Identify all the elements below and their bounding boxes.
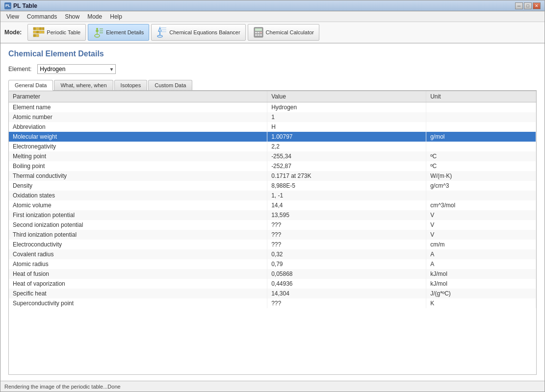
cell-unit: ºC [426,161,536,171]
table-row[interactable]: Oxidation states1, -1 [9,191,536,200]
table-body: Element nameHydrogenAtomic number1Abbrev… [9,102,536,309]
cell-value: 14,4 [267,200,426,210]
equations-balancer-icon [156,26,167,38]
app-icon: PL [4,2,11,9]
element-select[interactable]: Hydrogen Helium Lithium Beryllium Boron … [37,64,116,74]
table-row[interactable]: Molecular weight1.00797g/mol [9,132,536,142]
cell-value: Hydrogen [267,102,426,113]
table-row[interactable]: Specific heat14,304J/(g*ºC) [9,289,536,298]
cell-unit [426,112,536,122]
cell-parameter: Superconductivity point [9,298,267,308]
element-label: Element: [8,66,31,73]
tab-what-where-when[interactable]: What, where, when [54,80,113,90]
cell-unit: J/(g*ºC) [426,289,536,298]
cell-unit: K [426,298,536,308]
svg-rect-4 [36,31,39,33]
status-text: Rendering the image of the periodic tabl… [4,384,121,390]
cell-parameter: First ionization potential [9,210,267,220]
svg-rect-2 [39,27,42,30]
svg-rect-3 [33,31,36,33]
cell-value: H [267,122,426,132]
table-row[interactable]: Third ionization potential???V [9,230,536,240]
table-row[interactable]: Thermal conductivity0.1717 at 273KW/(m·K… [9,171,536,181]
maximize-button[interactable]: □ [524,2,532,9]
cell-value: 2,2 [267,142,426,151]
cell-value: ??? [267,240,426,249]
cell-parameter: Electronegativity [9,142,267,151]
svg-point-12 [96,30,99,32]
periodic-table-label: Periodic Table [47,29,80,35]
table-row[interactable]: Second ionization potential???V [9,220,536,230]
cell-parameter: Second ionization potential [9,220,267,230]
cell-unit [426,191,536,200]
tab-general-data[interactable]: General Data [8,80,53,91]
main-content: Chemical Element Details Element: Hydrog… [0,44,545,381]
menu-commands[interactable]: Commands [23,12,61,21]
element-details-icon [93,27,104,38]
cell-parameter: Element name [9,102,267,113]
table-row[interactable]: Element nameHydrogen [9,102,536,113]
table-row[interactable]: Heat of fusion0,05868kJ/mol [9,269,536,279]
status-bar: Rendering the image of the periodic tabl… [0,381,545,392]
table-row[interactable]: Melting point-255,34ºC [9,151,536,161]
cell-value: -255,34 [267,151,426,161]
cell-unit [426,122,536,132]
table-row[interactable]: Electroconductivity???cm/m [9,240,536,249]
cell-unit [426,142,536,151]
table-row[interactable]: Atomic radius0,79A [9,259,536,269]
table-row[interactable]: Atomic number1 [9,112,536,122]
minimize-button[interactable]: ─ [515,2,523,9]
section-title: Chemical Element Details [8,49,537,58]
menu-mode[interactable]: Mode [83,12,106,21]
cell-unit: kJ/mol [426,269,536,279]
menu-help[interactable]: Help [106,12,126,21]
tab-custom-data[interactable]: Custom Data [148,80,192,90]
cell-unit: g/mol [426,132,536,142]
cell-value: 0,79 [267,259,426,269]
chemical-calculator-button[interactable]: Chemical Calculator [248,24,319,41]
svg-rect-6 [42,27,44,30]
cell-parameter: Heat of fusion [9,269,267,279]
table-row[interactable]: Superconductivity point???K [9,298,536,308]
cell-parameter: Thermal conductivity [9,171,267,181]
cell-value: -252,87 [267,161,426,171]
menu-view[interactable]: View [2,12,23,21]
table-row[interactable]: AbbreviationH [9,122,536,132]
cell-parameter: Electroconductivity [9,240,267,249]
table-row[interactable]: Boiling point-252,87ºC [9,161,536,171]
equations-balancer-button[interactable]: Chemical Equations Balancer [151,24,245,41]
cell-unit: g/cm^3 [426,181,536,191]
cell-value: 1, -1 [267,191,426,200]
cell-unit: kJ/mol [426,279,536,289]
cell-parameter: Atomic volume [9,200,267,210]
close-button[interactable]: ✕ [533,2,541,9]
cell-value: 0,32 [267,249,426,259]
cell-unit: cm^3/mol [426,200,536,210]
data-table-container: Parameter Value Unit Element nameHydroge… [8,91,537,375]
table-row[interactable]: Heat of vaporization0,44936kJ/mol [9,279,536,289]
cell-unit: ºC [426,151,536,161]
svg-rect-24 [255,32,257,33]
table-row[interactable]: Covalent radius0,32A [9,249,536,259]
svg-rect-20 [160,29,166,30]
table-row[interactable]: Density8,988E-5g/cm^3 [9,181,536,191]
cell-parameter: Boiling point [9,161,267,171]
element-details-button[interactable]: Element Details [88,24,149,41]
table-row[interactable]: First ionization potential13,595V [9,210,536,220]
cell-parameter: Heat of vaporization [9,279,267,289]
svg-rect-26 [260,32,262,33]
tab-isotopes[interactable]: Isotopes [114,80,148,90]
cell-value: 1.00797 [267,132,426,142]
window-title: PL Table [13,2,37,9]
menu-show[interactable]: Show [61,12,83,21]
svg-point-13 [96,28,98,30]
equations-balancer-label: Chemical Equations Balancer [169,29,240,35]
svg-rect-7 [42,31,44,33]
periodic-table-button[interactable]: Periodic Table [27,24,86,41]
svg-rect-1 [36,27,39,30]
table-row[interactable]: Electronegativity2,2 [9,142,536,151]
svg-rect-21 [160,31,166,32]
table-header: Parameter Value Unit [9,91,536,102]
window-controls: ─ □ ✕ [515,2,541,9]
table-row[interactable]: Atomic volume14,4cm^3/mol [9,200,536,210]
